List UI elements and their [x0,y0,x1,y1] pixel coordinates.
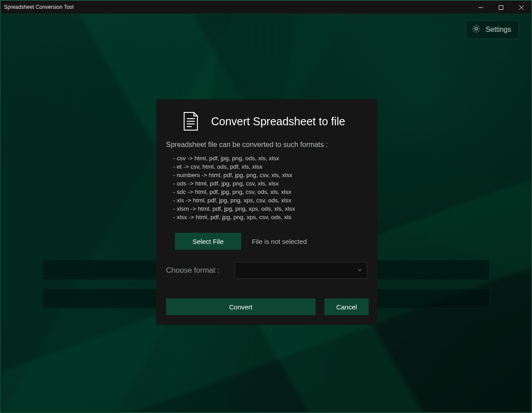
svg-point-1 [475,27,478,30]
window-title: Spreadsheet Conversion Tool [4,4,73,10]
window-controls [470,0,532,14]
gear-icon [471,24,481,35]
dialog-subtitle: Spreadsheet file can be converted to suc… [166,141,368,149]
format-list-item: xls -> html, pdf, jpg, png, xps, csv, od… [173,196,368,205]
convert-dialog: Convert Spreadsheet to file Spreadsheet … [156,99,378,325]
select-file-button[interactable]: Select File [175,233,241,250]
client-area: Settings Convert Spreadsheet to file [1,14,531,412]
minimize-button[interactable] [470,0,491,14]
settings-button[interactable]: Settings [466,20,519,39]
maximize-button[interactable] [491,0,511,14]
title-bar: Spreadsheet Conversion Tool [0,0,532,14]
format-list: csv -> html, pdf, jpg, png, ods, xls, xl… [166,154,368,221]
document-icon [183,112,199,131]
format-list-item: sdc -> html, pdf, jpg, png, csv, ods, xl… [173,188,368,196]
convert-button[interactable]: Convert [166,298,316,315]
format-list-item: xlsx -> html, pdf, jpg, png, xps, csv, o… [173,213,368,221]
dialog-header: Convert Spreadsheet to file [183,112,368,131]
chevron-down-icon [357,266,362,274]
format-list-item: ods -> html, pdf, jpg, png, csv, xls, xl… [173,179,368,188]
svg-rect-0 [499,5,503,9]
dialog-title: Convert Spreadsheet to file [211,115,345,128]
format-dropdown[interactable] [235,262,367,279]
close-button[interactable] [511,0,532,14]
cancel-button[interactable]: Cancel [324,298,369,315]
app-window: Spreadsheet Conversion Tool [0,0,532,413]
choose-format-label: Choose format : [166,266,220,275]
format-list-item: numbers -> html, pdf, jpg, png, csv, xls… [173,171,368,179]
settings-label: Settings [486,26,511,34]
choose-format-row: Choose format : [166,262,368,279]
dialog-actions: Convert Cancel [166,298,368,315]
file-select-row: Select File File is not selected [166,233,368,250]
format-list-item: et -> csv, html, ods, pdf, xls, xlsx [173,162,368,171]
format-list-item: csv -> html, pdf, jpg, png, ods, xls, xl… [173,154,368,162]
format-list-item: xlsm -> html, pdf, jpg, png, xps, ods, x… [173,205,368,213]
file-status-label: File is not selected [252,238,307,245]
